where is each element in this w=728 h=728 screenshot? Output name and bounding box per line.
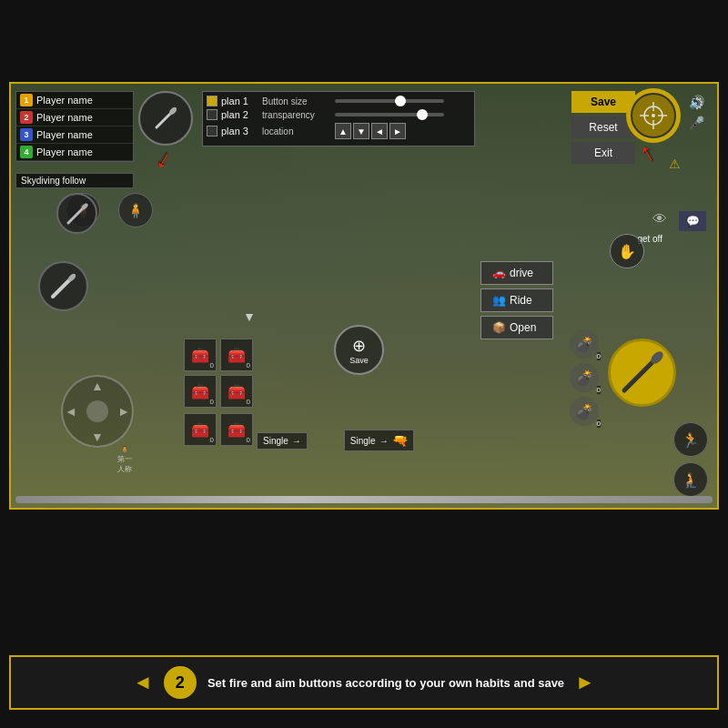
plan-label-1: plan 1: [221, 96, 262, 106]
plan-checkbox-1[interactable]: [207, 96, 217, 106]
grenade-count-2: 0: [597, 386, 601, 394]
dpad-left-arrow: ◄: [65, 404, 77, 419]
transparency-thumb[interactable]: [417, 109, 428, 120]
player-num-4: 4: [20, 146, 33, 158]
ride-label: Ride: [510, 294, 532, 307]
chat-icon[interactable]: 💬: [679, 211, 706, 231]
medkit-icon-3: 🧰: [191, 383, 209, 400]
char-icon-prone[interactable]: 🧎: [673, 462, 708, 497]
open-icon: 📦: [492, 321, 506, 334]
bottom-progress-bar: [15, 496, 713, 503]
loc-right-btn[interactable]: ►: [389, 123, 406, 139]
eye-icon[interactable]: 👁: [652, 211, 667, 228]
save-button[interactable]: Save: [571, 91, 635, 113]
open-button[interactable]: 📦 Open: [480, 316, 553, 339]
player-name-2: Player name: [36, 112, 93, 123]
grenade-item-3[interactable]: 💣 0: [570, 397, 599, 426]
fire-mode-1[interactable]: Single →: [257, 432, 308, 450]
medkit-item-3[interactable]: 🧰 0: [184, 375, 217, 408]
button-size-label: Button size: [262, 96, 335, 106]
grenade-item-1[interactable]: 💣 0: [570, 329, 599, 359]
drive-button[interactable]: 🚗 drive: [480, 261, 553, 285]
plan-checkbox-3[interactable]: [207, 126, 217, 136]
medkit-icon-6: 🧰: [228, 421, 246, 439]
grenade-icon-2: 💣: [575, 369, 593, 387]
config-panel: plan 1 Button size plan 2 transparency p…: [202, 91, 475, 147]
instruction-arrow-right-icon: ►: [575, 671, 595, 694]
fire-mode-2[interactable]: Single → 🔫: [344, 430, 414, 451]
player-item-3: 3 Player name: [16, 126, 133, 144]
bottom-person-label: 第一: [117, 454, 132, 464]
medkit-grid: 🧰 0 🧰 0 🧰 0 🧰 0 🧰 0 🧰 0: [184, 339, 253, 446]
dpad-ring: ▲ ▼ ◄ ►: [61, 375, 134, 448]
player-num-1: 1: [20, 94, 33, 106]
outer-background: 1 Player name 2 Player name 3 Player nam…: [0, 0, 728, 728]
fire-mode-label-2: Single: [350, 436, 376, 446]
instruction-icon-label: 2: [176, 673, 185, 693]
person-icon-2[interactable]: 🧍: [118, 193, 153, 228]
ride-button[interactable]: 👥 Ride: [480, 288, 553, 312]
medkit-item-6[interactable]: 🧰 0: [220, 413, 253, 446]
dpad-down-arrow: ▼: [91, 430, 104, 444]
player-num-2: 2: [20, 111, 33, 124]
dpad-joystick[interactable]: ▲ ▼ ◄ ►: [61, 375, 134, 448]
bottom-person-sublabel: 人称: [117, 464, 132, 474]
crosshair-circle[interactable]: [626, 88, 681, 143]
left-big-bullet-circle[interactable]: [38, 261, 88, 311]
medkit-item-1[interactable]: 🧰 0: [184, 339, 217, 371]
player-name-1: Player name: [36, 95, 93, 106]
location-controls: ▲ ▼ ◄ ►: [335, 123, 406, 139]
left-small-bullet-circle[interactable]: [56, 193, 97, 234]
button-size-thumb[interactable]: [395, 96, 406, 106]
fire-mode-row: Single → Single → 🔫: [257, 430, 414, 451]
medkit-icon-1: 🧰: [191, 347, 209, 364]
slide-chevron-icon[interactable]: ▼: [243, 309, 256, 324]
loc-left-btn[interactable]: ◄: [371, 123, 388, 139]
dpad-up-arrow: ▲: [91, 379, 104, 393]
char-icon-run[interactable]: 🏃: [673, 422, 708, 457]
grenade-count-3: 0: [597, 420, 601, 428]
big-bullet-circle[interactable]: [608, 339, 676, 407]
svg-point-7: [652, 114, 655, 117]
dpad-right-arrow: ►: [117, 404, 130, 419]
player-item-2: 2 Player name: [16, 109, 133, 126]
instruction-arrow-left-icon: ◄: [133, 671, 153, 694]
button-size-slider[interactable]: [335, 99, 444, 103]
plan-checkbox-2[interactable]: [207, 109, 217, 120]
hand-icon[interactable]: ✋: [610, 234, 644, 268]
player-name-4: Player name: [36, 147, 93, 157]
loc-down-btn[interactable]: ▼: [353, 123, 369, 139]
medkit-item-4[interactable]: 🧰 0: [220, 375, 253, 408]
warning-icon: ⚠: [669, 157, 681, 171]
player-num-3: 3: [20, 128, 33, 141]
location-label: location: [262, 126, 335, 136]
skydive-text: Skydiving follow: [15, 173, 134, 188]
medkit-icon-4: 🧰: [228, 383, 246, 400]
grenade-icon-1: 💣: [575, 336, 593, 353]
plan-label-2: plan 2: [221, 109, 262, 120]
fire-mode-arrow-1: →: [292, 436, 301, 446]
open-label: Open: [510, 321, 536, 334]
dpad-center: [86, 400, 108, 422]
loc-up-btn[interactable]: ▲: [335, 123, 351, 139]
grenade-item-2[interactable]: 💣 0: [570, 363, 599, 392]
plan-row-1: plan 1 Button size: [207, 96, 470, 106]
bottom-person-icon: 🧍: [120, 446, 129, 454]
medkit-count-1: 0: [210, 361, 214, 369]
plan-row-2: plan 2 transparency: [207, 109, 470, 120]
instruction-text: Set fire and aim buttons according to yo…: [207, 676, 564, 690]
save-center-button[interactable]: ⊕ Save: [334, 325, 384, 375]
mic-icon[interactable]: 🎤: [689, 116, 704, 130]
exit-button[interactable]: Exit: [571, 142, 635, 164]
medkit-item-5[interactable]: 🧰 0: [184, 413, 217, 446]
player-name-3: Player name: [36, 129, 93, 140]
bottom-left-person-icon[interactable]: 🧍 第一 人称: [111, 446, 138, 482]
save-center-plus-icon: ⊕: [352, 336, 366, 356]
transparency-slider[interactable]: [335, 113, 444, 116]
drive-label: drive: [510, 267, 533, 279]
medkit-icon-2: 🧰: [228, 347, 246, 364]
fire-mode-label-1: Single: [263, 436, 288, 446]
medkit-count-2: 0: [247, 361, 250, 369]
medkit-item-2[interactable]: 🧰 0: [220, 339, 253, 371]
sound-icon[interactable]: 🔊: [689, 95, 704, 109]
